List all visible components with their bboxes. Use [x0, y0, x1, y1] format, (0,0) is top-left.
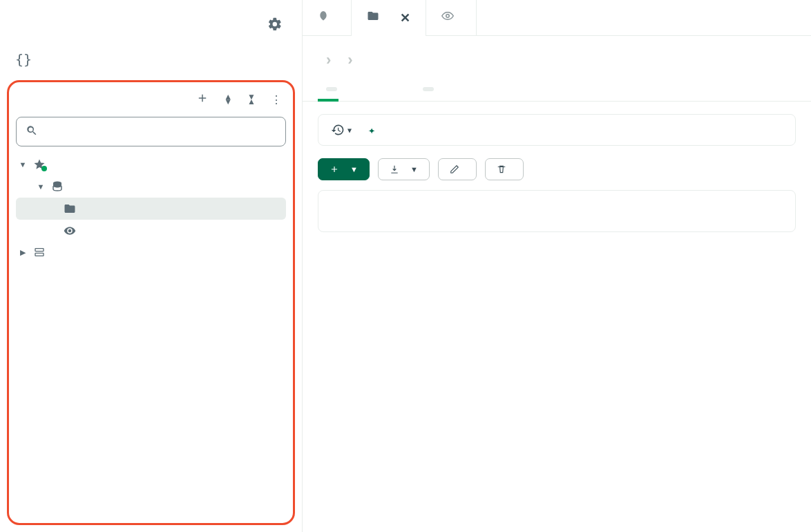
- braces-icon: {}: [15, 51, 32, 68]
- add-data-button[interactable]: ▼: [318, 158, 370, 180]
- delete-button[interactable]: [485, 158, 524, 180]
- chevron-down-icon: ▼: [410, 165, 418, 173]
- database-icon: [50, 180, 64, 193]
- add-connection-icon[interactable]: [196, 92, 209, 107]
- query-bar[interactable]: ▼ ✦: [318, 114, 796, 146]
- eye-icon: [441, 10, 454, 26]
- tab-welcome[interactable]: [303, 0, 352, 35]
- document-field: [381, 203, 795, 219]
- chevron-right-icon: ›: [326, 51, 331, 69]
- action-bar: ▼ ▼: [303, 146, 811, 190]
- breadcrumb: › ›: [303, 36, 811, 80]
- gear-icon[interactable]: [267, 17, 283, 35]
- svg-rect-1: [35, 249, 44, 251]
- more-icon[interactable]: ⋮: [271, 93, 282, 106]
- subtab-schema[interactable]: [388, 80, 391, 101]
- expand-all-icon[interactable]: ▲▼: [224, 95, 232, 104]
- collection-item-listings[interactable]: [16, 198, 286, 220]
- folder-icon: [63, 202, 77, 215]
- view-item-example[interactable]: [16, 220, 286, 242]
- query-placeholder: ✦: [364, 123, 783, 137]
- connections-panel: ▲▼ ▼▲ ⋮ ▼: [7, 80, 295, 525]
- subtab-indexes[interactable]: [414, 80, 435, 101]
- main-panel: ✕ › ›: [303, 0, 811, 532]
- close-icon[interactable]: ✕: [400, 10, 410, 26]
- subtab-aggregations[interactable]: [362, 80, 365, 101]
- folder-icon: [367, 10, 379, 26]
- my-queries-link[interactable]: {}: [0, 46, 302, 80]
- leaf-icon: [318, 10, 329, 25]
- search-connections-input[interactable]: [16, 117, 286, 146]
- eye-icon: [63, 225, 77, 237]
- tab-listings[interactable]: ✕: [352, 0, 426, 35]
- svg-point-3: [446, 15, 450, 18]
- connection-item-sample[interactable]: ▼: [16, 153, 286, 175]
- database-item-airbnb[interactable]: ▼: [16, 175, 286, 198]
- server-icon: [32, 247, 46, 258]
- subtab-validation[interactable]: [459, 80, 461, 101]
- subtab-documents[interactable]: [318, 80, 338, 101]
- history-icon[interactable]: ▼: [331, 123, 352, 137]
- connection-item-localhost[interactable]: ▶: [16, 242, 286, 263]
- count-badge: [423, 87, 434, 91]
- chevron-right-icon: ›: [347, 51, 352, 69]
- subtabs: [303, 80, 811, 102]
- connections-tree: ▼ ▼: [16, 153, 286, 517]
- collapse-all-icon[interactable]: ▼▲: [247, 95, 256, 104]
- document-panel: [318, 190, 796, 232]
- sparkle-icon: ✦: [368, 123, 375, 137]
- update-button[interactable]: [438, 158, 477, 180]
- svg-rect-2: [35, 253, 44, 256]
- sidebar: {} ▲▼ ▼▲ ⋮: [0, 0, 303, 532]
- favorite-icon: [32, 158, 46, 171]
- tab-exampleview[interactable]: [426, 0, 477, 35]
- chevron-down-icon: ▼: [350, 165, 358, 173]
- export-data-button[interactable]: ▼: [378, 158, 430, 180]
- tabs-bar: ✕: [303, 0, 811, 36]
- count-badge: [326, 87, 337, 91]
- search-icon: [26, 124, 38, 140]
